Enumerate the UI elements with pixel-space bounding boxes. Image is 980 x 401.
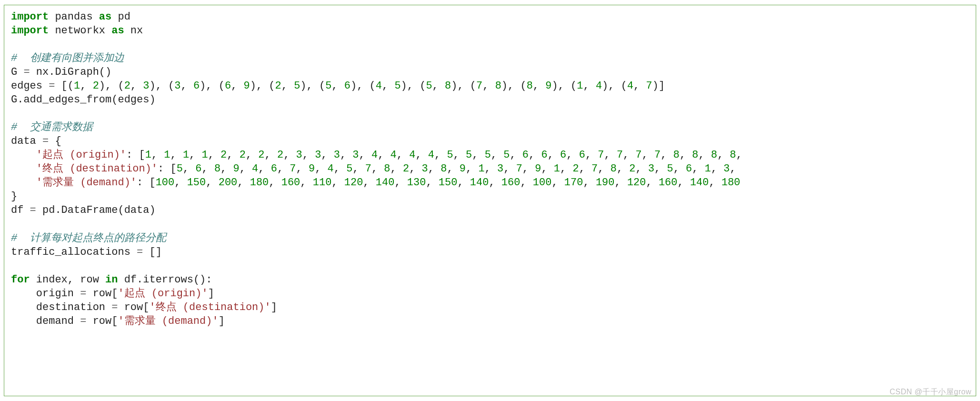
add-edges-call: G.add_edges_from(edges)	[11, 94, 156, 106]
num: 5	[394, 80, 400, 92]
comment-create-graph: # 创建有向图并添加边	[11, 52, 124, 64]
num: 100	[156, 177, 175, 189]
num: 120	[344, 177, 363, 189]
num: 6	[195, 163, 201, 175]
num: 5	[325, 80, 331, 92]
edge-sep: ), (	[602, 80, 627, 92]
dict-row-origin: '起点 (origin)': [1, 1, 1, 1, 2, 2, 2, 2, …	[11, 149, 742, 161]
num: 8	[673, 149, 680, 161]
num: 8	[214, 163, 220, 175]
num: 5	[466, 149, 472, 161]
num: 1	[478, 163, 484, 175]
comma: ,	[434, 149, 447, 161]
edges-open: [(	[55, 80, 74, 92]
comma: ,	[583, 80, 595, 92]
num: 8	[445, 80, 451, 92]
comma: ,	[371, 163, 384, 175]
list-tail: ,	[736, 149, 742, 161]
num: 2	[240, 149, 246, 161]
assign-op: =	[49, 80, 55, 92]
num: 1	[705, 163, 711, 175]
bracket-close: ]	[219, 315, 225, 327]
num: 8	[384, 163, 390, 175]
comma: ,	[482, 80, 495, 92]
num: 8	[610, 163, 617, 175]
comma: ,	[678, 177, 690, 189]
watermark-text: CSDN @千千小屋grow	[890, 387, 971, 397]
num: 9	[233, 163, 239, 175]
comma: ,	[491, 149, 503, 161]
num: 150	[187, 177, 206, 189]
str-origin: '起点 (origin)'	[118, 288, 208, 300]
comma: ,	[258, 163, 270, 175]
code-block: import pandas as pd import networkx as n…	[4, 5, 976, 396]
num: 9	[460, 163, 466, 175]
comma: ,	[466, 163, 478, 175]
comma: ,	[426, 177, 438, 189]
comma: ,	[503, 163, 516, 175]
kw-in: in	[105, 274, 118, 286]
kw-as: as	[99, 11, 111, 23]
dict-row-destination: '终点 (destination)': [5, 6, 8, 9, 4, 6, 7…	[11, 163, 736, 175]
num: 2	[629, 163, 635, 175]
num: 3	[497, 163, 503, 175]
comma: ,	[246, 149, 258, 161]
num: 5	[485, 149, 491, 161]
comma: ,	[598, 163, 610, 175]
bracket-close: ]	[208, 288, 214, 300]
comma: ,	[633, 80, 646, 92]
comma: ,	[614, 177, 627, 189]
num: 6	[560, 149, 566, 161]
num: 6	[541, 149, 547, 161]
assign-demand: demand	[36, 315, 80, 327]
num: 2	[258, 149, 264, 161]
num: 2	[93, 80, 99, 92]
num: 4	[376, 80, 382, 92]
str-destination: '终点 (destination)'	[149, 301, 270, 313]
comma: ,	[415, 149, 428, 161]
num: 2	[277, 149, 283, 161]
num: 3	[422, 163, 428, 175]
comma: ,	[585, 149, 598, 161]
comma: ,	[390, 163, 403, 175]
num: 3	[143, 80, 149, 92]
comma: ,	[315, 163, 327, 175]
comma: ,	[604, 149, 616, 161]
edge-sep: ), (	[250, 80, 275, 92]
num: 4	[428, 149, 434, 161]
edge-sep: ), (	[149, 80, 174, 92]
dataframe-call: pd.DataFrame(data)	[36, 204, 156, 216]
comma: ,	[453, 149, 466, 161]
comma: ,	[300, 177, 312, 189]
comma: ,	[269, 177, 281, 189]
num: 6	[225, 80, 231, 92]
indent	[11, 163, 36, 175]
indent	[11, 288, 36, 300]
comma: ,	[529, 149, 541, 161]
num: 100	[533, 177, 552, 189]
assign-destination: destination	[36, 301, 111, 313]
num: 6	[522, 149, 529, 161]
assign-op: =	[42, 135, 49, 147]
comma: ,	[541, 163, 553, 175]
num: 1	[554, 163, 560, 175]
comma: ,	[170, 149, 182, 161]
comma: ,	[321, 149, 333, 161]
indent	[11, 315, 36, 327]
comma: ,	[363, 177, 375, 189]
assign-op: =	[80, 288, 86, 300]
dict-key: '需求量 (demand)'	[36, 177, 137, 189]
num: 7	[516, 163, 522, 175]
comma: ,	[646, 177, 659, 189]
comma: ,	[692, 163, 704, 175]
num: 110	[313, 177, 332, 189]
comma: ,	[617, 163, 629, 175]
comma: ,	[709, 177, 721, 189]
num: 130	[407, 177, 426, 189]
num: 7	[290, 163, 296, 175]
comma: ,	[240, 163, 252, 175]
empty-list: []	[143, 246, 162, 258]
comma: ,	[680, 149, 692, 161]
comma: ,	[227, 149, 239, 161]
comma: ,	[485, 163, 497, 175]
